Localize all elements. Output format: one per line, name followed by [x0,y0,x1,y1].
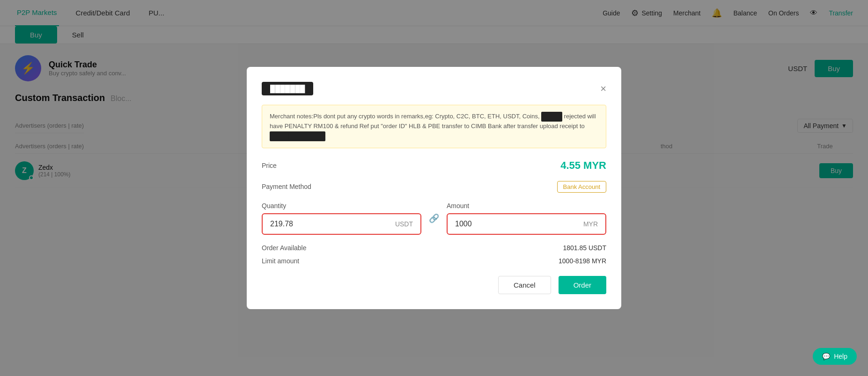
limit-amount-label: Limit amount [262,257,299,265]
modal-footer: Cancel Order [262,276,606,294]
amount-unit: MYR [583,220,598,228]
help-label: Help [834,353,847,360]
merchant-notes-text: Merchant notes:Pls dont put any crypto w… [270,113,596,139]
merchant-notes: Merchant notes:Pls dont put any crypto w… [262,105,606,148]
payment-method-label: Payment Method [262,183,311,190]
payment-badge: Bank Account [557,181,607,193]
amount-col: Amount 1000 MYR [447,202,606,235]
quantity-col: Quantity 219.78 USDT [262,202,421,235]
order-available-label: Order Available [262,244,306,252]
order-available-value: 1801.85 USDT [563,244,606,252]
cancel-button[interactable]: Cancel [498,276,551,294]
modal-title: ███████ [262,82,313,95]
modal: ███████ × Merchant notes:Pls dont put an… [247,67,621,309]
payment-method-row: Payment Method Bank Account [262,181,606,193]
order-button[interactable]: Order [559,276,606,294]
amount-input-box[interactable]: 1000 MYR [447,213,606,235]
amount-value: 1000 [455,220,472,228]
price-row: Price 4.55 MYR [262,159,606,172]
help-chat-icon: 💬 [822,353,830,360]
price-value: 4.55 MYR [560,159,606,172]
order-available-row: Order Available 1801.85 USDT [262,244,606,252]
amount-label: Amount [447,202,606,210]
quantity-input-box[interactable]: 219.78 USDT [262,213,421,235]
redacted-2: ████████████ [270,131,325,141]
redacted-1: ████ [541,112,562,122]
limit-amount-value: 1000-8198 MYR [559,257,606,265]
qty-amount-row: Quantity 219.78 USDT 🔗 Amount 1000 MYR [262,202,606,235]
modal-close-button[interactable]: × [600,84,606,94]
modal-header: ███████ × [262,82,606,95]
help-button[interactable]: 💬 Help [813,348,857,365]
quantity-label: Quantity [262,202,421,210]
quantity-value: 219.78 [270,220,293,228]
limit-amount-row: Limit amount 1000-8198 MYR [262,257,606,265]
price-label: Price [262,162,277,169]
quantity-unit: USDT [395,220,413,228]
link-icon: 🔗 [427,213,441,224]
modal-overlay: ███████ × Merchant notes:Pls dont put an… [0,0,868,376]
